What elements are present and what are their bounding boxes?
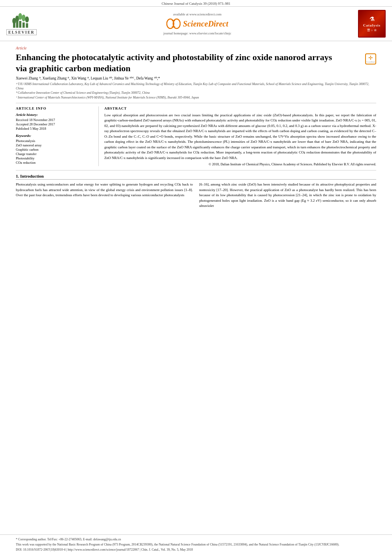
divider-1	[16, 103, 376, 103]
cat-icon-2: ○	[371, 28, 373, 32]
svg-point-4	[19, 13, 23, 19]
footer: * Corresponding author. Tel/Fax: +86-22-…	[0, 534, 392, 555]
intro-left-col: Photocatalysis using semiconductors and …	[16, 182, 193, 209]
available-text: available at www.sciencedirect.com	[173, 12, 221, 16]
keywords-label: Keywords:	[16, 134, 93, 138]
journal-homepage: journal homepage: www.elsevier.com/locat…	[163, 31, 231, 35]
accepted-date: Accepted 28 December 2017	[16, 122, 93, 126]
authors: Xuewei Zhang ᵃ, Xueliang Zhang ᵃ, Xin Wa…	[16, 76, 376, 80]
catalysis-text: Catalysis	[363, 23, 381, 27]
svg-point-6	[22, 14, 26, 21]
header-right: ⚗ Catalysis ☰ ○ ☆	[358, 10, 386, 38]
article-info-abstract: ARTICLE INFO Article history: Received 1…	[16, 106, 376, 167]
header: ELSEVIER available at www.sciencedirect.…	[0, 7, 392, 41]
article-title-row: Enhancing the photocatalytic activity an…	[16, 52, 376, 74]
article-history-label: Article history:	[16, 113, 93, 117]
crossmark-badge: ✛ CrossMark	[365, 53, 376, 64]
intro-left-text: Photocatalysis using semiconductors and …	[16, 182, 193, 198]
cat-icon-3: ☆	[374, 28, 377, 32]
affiliations: ᵃ TJU-NIMS International Collaboration L…	[16, 82, 376, 100]
svg-point-8	[25, 16, 29, 22]
svg-rect-1	[16, 21, 19, 27]
article-info-heading: ARTICLE INFO	[16, 106, 93, 110]
catalysis-badge: ⚗ Catalysis ☰ ○ ☆	[358, 10, 386, 38]
article-info-col: ARTICLE INFO Article history: Received 1…	[16, 106, 99, 167]
affiliation-a: ᵃ TJU-NIMS International Collaboration L…	[16, 82, 376, 91]
catalysis-icons-row: ☰ ○ ☆	[367, 28, 377, 32]
sciencedirect-logo: ScienceDirect	[166, 18, 228, 30]
copyright-line: © 2018, Dalian Institute of Chemical Phy…	[104, 162, 376, 166]
intro-title: 1. Introduction	[16, 174, 376, 180]
keyword-1: Photocatalysis	[16, 139, 93, 143]
article-title: Enhancing the photocatalytic activity an…	[16, 52, 344, 74]
intro-section: 1. Introduction Photocatalysis using sem…	[16, 174, 376, 209]
footer-doi: DOI: 10.1016/S1872-2067(18)63010-4 | htt…	[16, 547, 376, 552]
intro-right-text: [6–16], among which zinc oxide (ZnO) has…	[199, 182, 376, 209]
journal-bar-text: Chinese Journal of Catalysis 39 (2018) 9…	[162, 2, 230, 6]
content-area: Article Enhancing the photocatalytic act…	[0, 41, 392, 534]
intro-body: Photocatalysis using semiconductors and …	[16, 182, 376, 209]
elsevier-logo: ELSEVIER	[6, 13, 37, 35]
published-date: Published 5 May 2018	[16, 127, 93, 131]
elsevier-tree-icon	[12, 13, 31, 28]
abstract-heading: ABSTRACT	[104, 106, 376, 110]
catalysis-icon: ⚗	[369, 16, 375, 23]
sciencedirect-text: ScienceDirect	[183, 19, 228, 28]
received-date: Received 18 November 2017	[16, 118, 93, 122]
crossmark-cross-icon: ✛	[368, 55, 373, 61]
intro-right-col: [6–16], among which zinc oxide (ZnO) has…	[199, 182, 376, 209]
header-center: available at www.sciencedirect.com Scien…	[37, 12, 358, 35]
footer-funding: This work was supported by the National …	[16, 542, 376, 547]
abstract-text: Low optical absorption and photocorrosio…	[104, 113, 376, 161]
keyword-2: ZnO nanorod array	[16, 143, 93, 147]
elsevier-text: ELSEVIER	[6, 29, 37, 35]
intro-number: 1.	[16, 174, 19, 178]
keyword-4: Charge transfer	[16, 152, 93, 156]
sciencedirect-icon	[166, 18, 181, 30]
affiliation-b: ᵇ Collaborative Innovation Center of Che…	[16, 91, 376, 95]
article-type: Article	[16, 46, 376, 50]
svg-rect-9	[26, 23, 28, 27]
svg-rect-5	[19, 21, 22, 27]
intro-title-text: Introduction	[20, 174, 44, 178]
journal-bar: Chinese Journal of Catalysis 39 (2018) 9…	[0, 0, 392, 7]
svg-rect-7	[23, 22, 25, 27]
cat-icon-1: ☰	[367, 28, 370, 32]
crossmark-label: CrossMark	[366, 61, 375, 63]
affiliation-c: ᶜ International Center of Materials Nano…	[16, 95, 376, 100]
footer-corresponding: * Corresponding author. Tel/Fax: +86-22-…	[16, 537, 376, 542]
abstract-col: ABSTRACT Low optical absorption and phot…	[99, 106, 376, 167]
keyword-5: Photostability	[16, 156, 93, 160]
keyword-6: CO₂ reduction	[16, 161, 93, 165]
keyword-3: Graphitic carbon	[16, 148, 93, 152]
divider-2	[16, 170, 376, 170]
